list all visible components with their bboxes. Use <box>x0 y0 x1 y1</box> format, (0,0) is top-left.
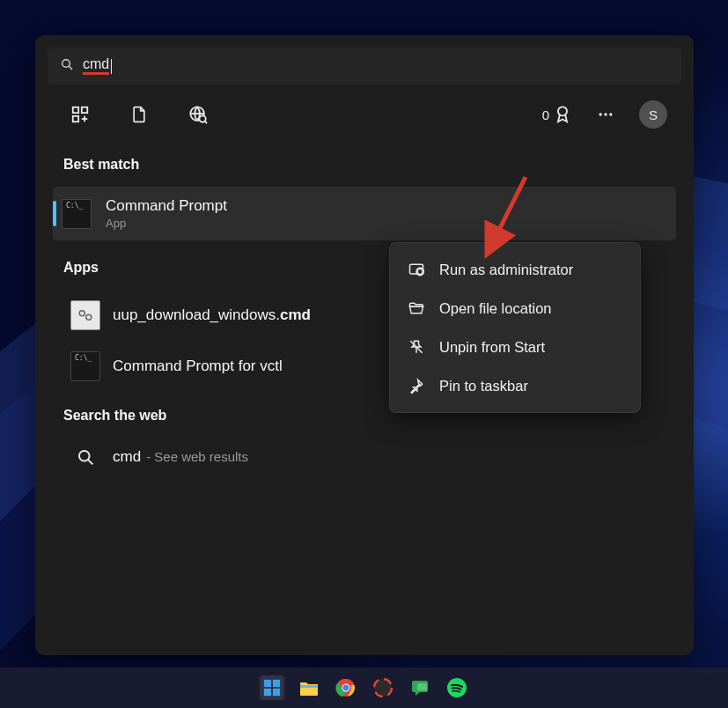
rewards-count: 0 <box>542 107 549 122</box>
search-icon <box>60 57 74 75</box>
filter-apps-icon[interactable] <box>70 105 90 124</box>
web-suffix: - See web results <box>146 449 248 464</box>
svg-point-10 <box>558 107 567 115</box>
svg-rect-2 <box>73 107 78 113</box>
cmd-app-icon: C:\_ <box>62 199 92 229</box>
shield-run-icon <box>408 261 425 278</box>
svg-point-14 <box>79 311 85 316</box>
unpin-icon <box>408 338 425 356</box>
ctx-unpin-start[interactable]: Unpin from Start <box>395 328 635 366</box>
section-best-match: Best match <box>48 148 681 187</box>
app-item-label: uup_download_windows. <box>113 306 280 323</box>
taskbar-chat-icon[interactable] <box>408 675 432 700</box>
more-icon[interactable] <box>597 106 614 123</box>
svg-rect-28 <box>300 685 318 688</box>
svg-point-31 <box>342 684 349 690</box>
user-avatar[interactable]: S <box>639 100 667 129</box>
svg-point-8 <box>199 115 205 122</box>
search-input-text: cmd <box>83 57 109 75</box>
svg-rect-3 <box>73 116 78 122</box>
svg-point-12 <box>604 113 607 115</box>
taskbar-spotify-icon[interactable] <box>445 675 469 700</box>
search-icon <box>70 448 100 466</box>
cmd-file-icon <box>70 300 100 330</box>
app-item-bold: cmd <box>280 306 311 323</box>
filter-web-icon[interactable] <box>188 105 208 124</box>
selection-indicator <box>53 201 56 226</box>
result-command-prompt[interactable]: C:\_ Command Prompt App <box>53 187 676 240</box>
taskbar <box>0 667 728 708</box>
medal-icon <box>553 105 572 124</box>
result-subtitle-label: App <box>106 217 227 230</box>
search-box[interactable]: cmd <box>48 48 681 85</box>
ctx-open-location[interactable]: Open file location <box>395 289 635 328</box>
context-menu: Run as administrator Open file location … <box>389 242 641 413</box>
filter-documents-icon[interactable] <box>130 105 148 124</box>
ctx-pin-taskbar[interactable]: Pin to taskbar <box>395 366 635 405</box>
svg-line-17 <box>88 460 92 464</box>
ctx-item-label: Pin to taskbar <box>439 378 528 395</box>
ctx-item-label: Run as administrator <box>439 262 573 278</box>
web-query: cmd <box>113 448 141 466</box>
svg-point-13 <box>609 113 612 115</box>
svg-rect-26 <box>263 689 270 696</box>
pin-icon <box>408 377 425 395</box>
svg-rect-27 <box>272 689 279 696</box>
taskbar-chrome-icon[interactable] <box>334 675 358 700</box>
taskbar-app-icon[interactable] <box>371 675 395 700</box>
result-title-label: Command Prompt <box>106 197 227 215</box>
svg-point-16 <box>79 451 90 461</box>
svg-point-0 <box>63 60 70 68</box>
svg-rect-24 <box>263 680 270 687</box>
app-item-label: Command Prompt for vctl <box>113 358 283 375</box>
text-cursor <box>111 59 112 74</box>
svg-point-15 <box>86 314 92 320</box>
svg-rect-25 <box>272 680 279 687</box>
svg-rect-35 <box>417 683 427 690</box>
ctx-item-label: Unpin from Start <box>439 339 545 356</box>
taskbar-start-icon[interactable] <box>260 675 284 700</box>
rewards-button[interactable]: 0 <box>542 105 572 124</box>
ctx-run-as-admin[interactable]: Run as administrator <box>395 250 635 289</box>
svg-point-11 <box>599 113 602 115</box>
avatar-letter: S <box>649 107 658 122</box>
cmd-app-icon: C:\_ <box>70 351 100 381</box>
ctx-item-label: Open file location <box>439 300 552 317</box>
svg-line-9 <box>205 122 207 123</box>
filter-row: 0 S <box>48 85 681 148</box>
result-web-search[interactable]: cmd - See web results <box>48 438 681 476</box>
svg-line-1 <box>69 66 72 70</box>
svg-rect-4 <box>82 107 87 113</box>
folder-open-icon <box>408 299 425 317</box>
taskbar-explorer-icon[interactable] <box>297 675 321 700</box>
